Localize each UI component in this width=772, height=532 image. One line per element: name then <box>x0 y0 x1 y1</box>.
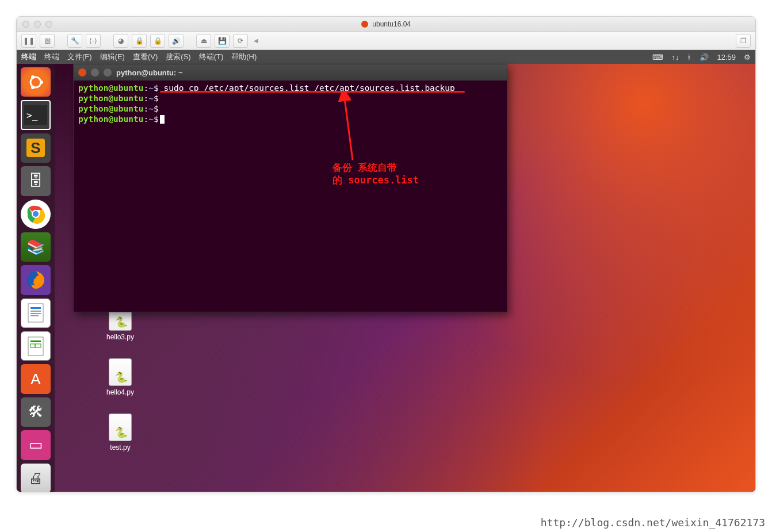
settings-launcher-icon[interactable]: 🛠 <box>21 397 51 427</box>
menu-view[interactable]: 查看(V) <box>133 52 158 62</box>
desktop-file[interactable]: hello4.py <box>91 358 149 396</box>
svg-point-2 <box>40 81 43 84</box>
pink-launcher-icon[interactable]: ▭ <box>21 430 51 460</box>
keyboard-icon[interactable]: ⌨ <box>652 53 663 62</box>
svg-rect-10 <box>30 307 41 309</box>
python-file-icon <box>109 414 132 441</box>
printer-launcher-icon[interactable]: 🖨 <box>21 464 51 492</box>
guest-screen: 终端 终端 文件(F) 编辑(E) 查看(V) 搜索(S) 终端(T) 帮助(H… <box>17 50 755 492</box>
usb-button[interactable]: ⏏ <box>196 34 211 48</box>
bluetooth-icon[interactable]: ᚼ <box>687 53 691 62</box>
share-button[interactable]: ⟳ <box>233 34 248 48</box>
settings-button[interactable]: 🔧 <box>67 34 82 48</box>
terminal-window[interactable]: python@ubuntu: ~ python@ubuntu:~$ sudo c… <box>73 64 507 312</box>
menu-edit[interactable]: 编辑(E) <box>100 52 125 62</box>
desktop-file[interactable]: test.py <box>91 414 149 451</box>
vm-toolbar: ❚❚ ▧ 🔧 ⟨·⟩ ◕ 🔒 🔒 🔊 ⏏ 💾 ⟳ ◀ ❐ <box>17 32 755 50</box>
software-launcher-icon[interactable]: A <box>21 364 51 393</box>
annotation-arrow <box>327 91 373 166</box>
terminal-line: python@ubuntu:~$ <box>78 114 502 124</box>
clock[interactable]: 12:59 <box>717 53 736 62</box>
chrome-launcher-icon[interactable] <box>21 200 51 229</box>
app-menu-label[interactable]: 终端 <box>21 52 36 62</box>
close-button[interactable] <box>78 68 86 76</box>
ubuntu-top-panel: 终端 终端 文件(F) 编辑(E) 查看(V) 搜索(S) 终端(T) 帮助(H… <box>17 50 755 64</box>
svg-point-4 <box>31 86 35 89</box>
floppy-button[interactable]: 💾 <box>215 34 230 48</box>
unity-launcher: >_ S 🗄 📚 A 🛠 ▭ 🖨 <box>17 64 55 492</box>
svg-point-0 <box>361 21 368 28</box>
volume-icon[interactable]: 🔊 <box>700 53 709 62</box>
watermark: http://blog.csdn.net/weixin_41762173 <box>541 516 765 529</box>
terminal-title: python@ubuntu: ~ <box>116 68 183 77</box>
ubuntu-icon <box>361 21 368 28</box>
annotation-underline <box>160 91 465 93</box>
window-title: ubuntu16.04 <box>361 20 411 28</box>
menubar: 终端 终端 文件(F) 编辑(E) 查看(V) 搜索(S) 终端(T) 帮助(H… <box>21 52 257 62</box>
chevron-left-icon[interactable]: ◀ <box>251 37 261 44</box>
minimize-button[interactable] <box>34 21 41 28</box>
network-button[interactable]: ⟨·⟩ <box>86 34 101 48</box>
pause-button[interactable]: ❚❚ <box>21 34 36 48</box>
menu-terminal[interactable]: 终端 <box>44 52 59 62</box>
files-launcher-icon[interactable]: 🗄 <box>21 166 51 196</box>
python-file-icon <box>109 358 132 386</box>
network-icon[interactable]: ↑↓ <box>671 53 679 62</box>
calc-launcher-icon[interactable] <box>21 331 51 361</box>
terminal-body[interactable]: python@ubuntu:~$ sudo cp /etc/apt/source… <box>74 81 507 313</box>
svg-rect-11 <box>30 311 41 312</box>
firefox-launcher-icon[interactable] <box>21 265 51 294</box>
svg-rect-13 <box>30 315 39 316</box>
writer-launcher-icon[interactable] <box>21 298 51 328</box>
svg-rect-12 <box>30 313 41 314</box>
menu-terminal2[interactable]: 终端(T) <box>199 52 224 62</box>
annotation-text: 备份 系统自带 的 sources.list <box>333 161 419 186</box>
lock2-button[interactable]: 🔒 <box>150 34 165 48</box>
menu-help[interactable]: 帮助(H) <box>231 52 257 62</box>
maximize-button[interactable] <box>104 68 112 76</box>
books-launcher-icon[interactable]: 📚 <box>21 232 51 262</box>
terminal-launcher-icon[interactable]: >_ <box>21 100 51 129</box>
audio-button[interactable]: 🔊 <box>169 34 184 48</box>
dash-icon[interactable] <box>21 67 51 97</box>
svg-point-3 <box>31 75 35 79</box>
menu-search[interactable]: 搜索(S) <box>166 52 190 62</box>
gear-icon[interactable]: ⚙ <box>744 53 751 62</box>
desktop-icons: hello3.py hello4.py test.py <box>91 303 149 469</box>
sublime-launcher-icon[interactable]: S <box>21 133 51 163</box>
close-button[interactable] <box>22 21 29 28</box>
host-vm-window: ubuntu16.04 ❚❚ ▧ 🔧 ⟨·⟩ ◕ 🔒 🔒 🔊 ⏏ 💾 ⟳ ◀ ❐… <box>16 16 756 492</box>
menu-file[interactable]: 文件(F) <box>67 52 92 62</box>
hdd-button[interactable]: ◕ <box>113 34 128 48</box>
terminal-titlebar[interactable]: python@ubuntu: ~ <box>74 64 507 81</box>
svg-rect-15 <box>30 340 41 342</box>
lock1-button[interactable]: 🔒 <box>132 34 147 48</box>
minimize-button[interactable] <box>91 68 99 76</box>
snapshot-button[interactable]: ▧ <box>40 34 55 48</box>
terminal-line: python@ubuntu:~$ <box>78 104 502 114</box>
svg-line-18 <box>344 94 353 160</box>
terminal-line: python@ubuntu:~$ <box>78 93 502 104</box>
mac-titlebar: ubuntu16.04 <box>17 17 755 32</box>
fullscreen-toggle-button[interactable]: ❐ <box>736 34 751 48</box>
fullscreen-button[interactable] <box>45 21 52 28</box>
indicator-area: ⌨ ↑↓ ᚼ 🔊 12:59 ⚙ <box>652 53 751 62</box>
cursor-icon <box>160 115 165 124</box>
traffic-lights <box>22 21 52 28</box>
